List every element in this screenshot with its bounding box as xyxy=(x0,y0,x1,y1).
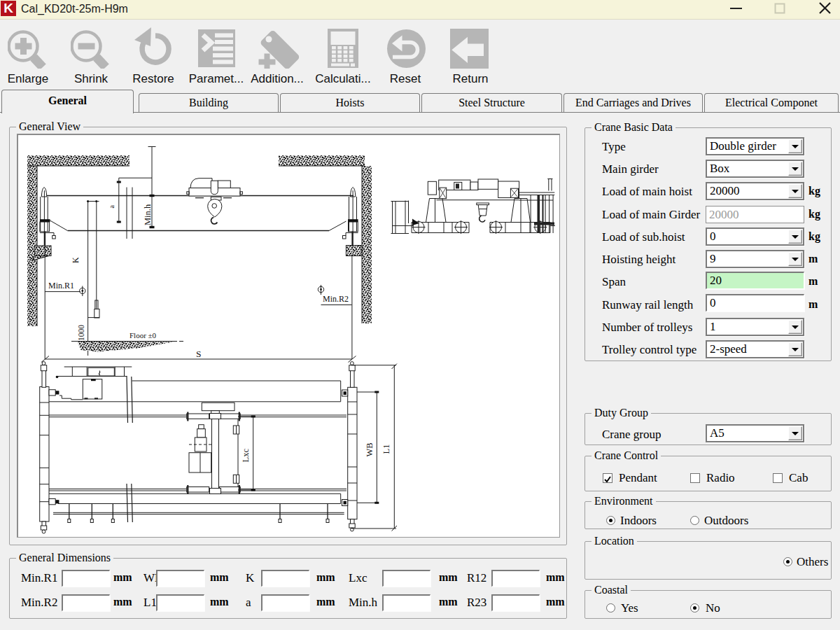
svg-text:a: a xyxy=(108,205,115,209)
svg-text:L1: L1 xyxy=(382,444,391,454)
svg-text:Min.h: Min.h xyxy=(143,204,153,225)
svg-text:1000: 1000 xyxy=(77,325,85,341)
svg-text:S: S xyxy=(196,349,202,359)
svg-text:K: K xyxy=(71,257,80,263)
svg-text:Lxc: Lxc xyxy=(241,449,251,463)
svg-text:Min.R1: Min.R1 xyxy=(48,281,74,290)
svg-text:Min.R2: Min.R2 xyxy=(323,294,349,304)
svg-text:Floor ±0: Floor ±0 xyxy=(130,331,157,340)
svg-text:WB: WB xyxy=(365,442,374,456)
